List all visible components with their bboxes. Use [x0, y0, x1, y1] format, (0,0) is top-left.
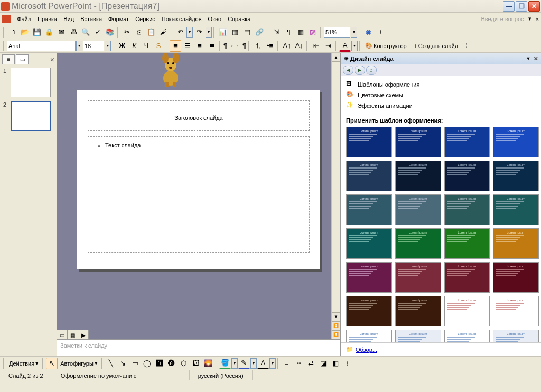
task-pane-dropdown-icon[interactable]: ▼: [526, 56, 530, 61]
slides-tab[interactable]: ▭: [16, 54, 29, 64]
save-icon[interactable]: 💾: [31, 26, 43, 38]
slide-title-placeholder[interactable]: Заголовок слайда: [88, 100, 310, 131]
help-icon[interactable]: ◉: [362, 26, 374, 38]
select-objects-icon[interactable]: ↖: [46, 358, 58, 369]
maximize-button[interactable]: ❐: [516, 1, 527, 12]
grid-icon[interactable]: ▦: [295, 26, 306, 38]
expand-all-icon[interactable]: ⇲: [270, 26, 282, 38]
menu-insert[interactable]: Вставка: [77, 15, 105, 23]
designer-button[interactable]: 🎨Конструктор: [363, 42, 409, 49]
email-icon[interactable]: ✉: [55, 26, 67, 38]
distribute-button[interactable]: ≣: [206, 40, 218, 52]
print-icon[interactable]: 🖶: [68, 26, 79, 38]
menu-help[interactable]: Справка: [225, 15, 254, 23]
menu-service[interactable]: Сервис: [132, 15, 158, 23]
oval-icon[interactable]: ◯: [142, 358, 153, 369]
zoom-select[interactable]: 51%: [324, 27, 350, 38]
redo-dropdown[interactable]: ▾: [206, 27, 212, 38]
fill-dd[interactable]: ▾: [231, 358, 238, 369]
design-template[interactable]: Lorem Ipsum: [493, 194, 539, 225]
undo-dropdown[interactable]: ▾: [186, 27, 193, 38]
clipart-icon[interactable]: 🖼: [190, 358, 202, 369]
design-template[interactable]: Lorem Ipsum: [395, 330, 441, 342]
status-language[interactable]: русский (Россия): [190, 370, 253, 380]
design-template[interactable]: Lorem Ipsum: [346, 296, 392, 326]
textbox-icon[interactable]: 🅰: [154, 358, 165, 369]
tables-borders-icon[interactable]: ▤: [241, 26, 253, 38]
autoshapes-menu[interactable]: Автофигуры ▾: [58, 360, 100, 367]
design-template[interactable]: Lorem Ipsum: [493, 228, 539, 259]
toolbar-options-icon-2[interactable]: ⁞: [461, 40, 472, 52]
increase-font-button[interactable]: A↑: [281, 40, 293, 52]
copy-icon[interactable]: ⎘: [133, 26, 145, 38]
underline-button[interactable]: Ч: [141, 40, 152, 52]
fontc-dd[interactable]: ▾: [269, 358, 276, 369]
format-painter-icon[interactable]: 🖌: [157, 26, 169, 38]
font-dropdown[interactable]: ▾: [76, 41, 82, 51]
italic-button[interactable]: К: [128, 40, 140, 52]
design-template[interactable]: Lorem Ipsum: [493, 262, 539, 293]
chart-icon[interactable]: 📊: [217, 26, 229, 38]
spellcheck-icon[interactable]: ✓: [92, 26, 104, 38]
office-assistant[interactable]: [157, 53, 184, 87]
slide-panel-close[interactable]: ×: [50, 55, 54, 64]
decrease-font-button[interactable]: A↓: [293, 40, 305, 52]
research-icon[interactable]: 📚: [104, 26, 116, 38]
menu-edit[interactable]: Правка: [34, 15, 60, 23]
align-center-button[interactable]: ☰: [182, 40, 193, 52]
ltr-button[interactable]: ¶→: [223, 40, 235, 52]
menu-slideshow[interactable]: Показ слайдов: [158, 15, 205, 23]
hyperlink-icon[interactable]: 🔗: [254, 26, 265, 38]
menu-view[interactable]: Вид: [60, 15, 77, 23]
table-icon[interactable]: ▦: [229, 26, 241, 38]
shadow-button[interactable]: S: [153, 40, 164, 52]
font-size-select[interactable]: 18: [83, 41, 104, 51]
design-template[interactable]: Lorem Ipsum: [346, 161, 392, 191]
design-template[interactable]: Lorem Ipsum: [444, 330, 490, 342]
task-pane-close[interactable]: ×: [534, 54, 538, 62]
scroll-down-icon[interactable]: ▼: [332, 312, 340, 321]
normal-view-button[interactable]: ▭: [57, 330, 68, 340]
design-template[interactable]: Lorem Ipsum: [444, 194, 490, 225]
new-slide-button[interactable]: 🗋Создать слайд: [409, 43, 460, 49]
close-button[interactable]: ✕: [528, 1, 540, 12]
slideshow-view-button[interactable]: ▶: [78, 330, 89, 340]
browse-link[interactable]: 📁 Обзор...: [346, 346, 536, 353]
sorter-view-button[interactable]: ▦: [68, 330, 78, 340]
notes-pane[interactable]: Заметки к слайду: [57, 339, 340, 356]
ask-dropdown-icon[interactable]: ▾: [528, 15, 531, 22]
menu-window[interactable]: Окно: [205, 15, 225, 23]
design-template[interactable]: Lorem Ipsum: [493, 161, 539, 191]
ask-question-box[interactable]: Введите вопрос: [463, 15, 526, 23]
design-template[interactable]: Lorem Ipsum: [346, 127, 392, 157]
design-template[interactable]: Lorem Ipsum: [444, 228, 490, 259]
fill-color-icon[interactable]: 🪣: [219, 358, 231, 369]
design-template[interactable]: Lorem Ipsum: [444, 127, 490, 157]
font-size-dropdown[interactable]: ▾: [105, 41, 111, 51]
nav-back-button[interactable]: ◄: [343, 66, 353, 75]
menu-format[interactable]: Формат: [105, 15, 132, 23]
open-icon[interactable]: 📂: [19, 26, 31, 38]
taskpane-pin-icon[interactable]: ⊕: [344, 55, 349, 62]
arrow-icon[interactable]: ↘: [117, 358, 129, 369]
align-right-button[interactable]: ≡: [194, 40, 206, 52]
next-slide-icon[interactable]: ⏬: [332, 330, 340, 339]
design-template[interactable]: Lorem Ipsum: [395, 161, 441, 191]
link-color-schemes[interactable]: 🎨 Цветовые схемы: [346, 90, 536, 100]
undo-icon[interactable]: ↶: [174, 26, 186, 38]
link-animation-schemes[interactable]: ✨ Эффекты анимации: [346, 100, 536, 111]
design-template[interactable]: Lorem Ipsum: [346, 330, 392, 342]
diagram-icon[interactable]: ⬡: [178, 358, 190, 369]
design-template[interactable]: Lorem Ipsum: [493, 127, 539, 157]
drawbar-options-icon[interactable]: ⁞: [342, 358, 353, 369]
shadow-style-icon[interactable]: ◪: [318, 358, 329, 369]
nav-forward-button[interactable]: ►: [355, 66, 365, 75]
align-left-button[interactable]: ≡: [170, 40, 181, 52]
design-template[interactable]: Lorem Ipsum: [395, 228, 441, 259]
rtl-button[interactable]: ←¶: [235, 40, 247, 52]
prev-slide-icon[interactable]: ⏫: [332, 321, 340, 330]
slide-thumbnail[interactable]: [11, 101, 51, 131]
paste-icon[interactable]: 📋: [145, 26, 157, 38]
dash-style-icon[interactable]: ┅: [293, 358, 305, 369]
show-formatting-icon[interactable]: ¶: [283, 26, 294, 38]
